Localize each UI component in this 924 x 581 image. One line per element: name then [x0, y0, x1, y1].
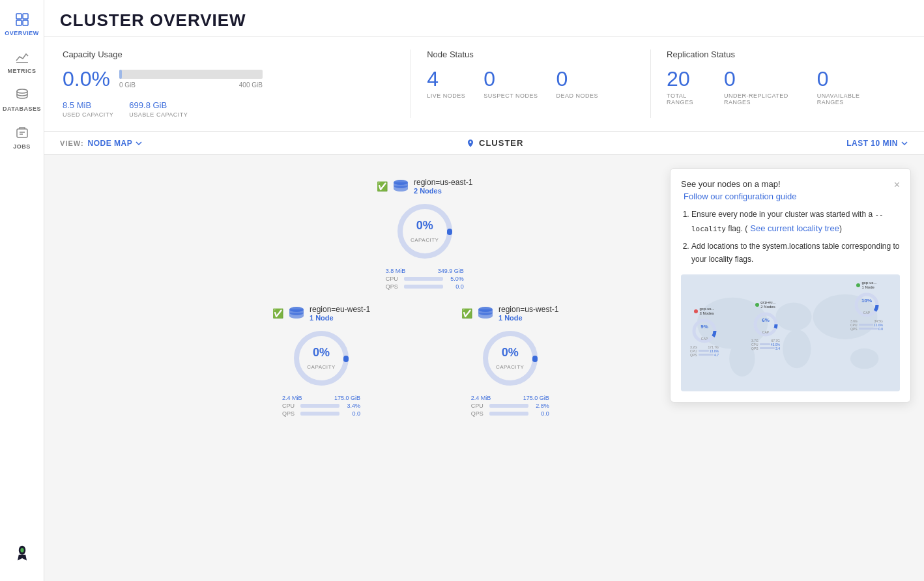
region-us-west-1-header: ✅ region=us-west-1 1 Node — [461, 305, 558, 322]
node-stats: 4 LIVE NODES 0 SUSPECT NODES 0 DEAD NODE… — [427, 67, 635, 99]
region-us-west-1[interactable]: ✅ region=us-west-1 1 Node 0% — [461, 305, 558, 417]
donut-eu-west-1-text: 0% CAPACITY — [307, 346, 335, 371]
eu-west-qps-bar — [300, 412, 339, 416]
region-us-east-1-name: region=us-east-1 — [414, 178, 472, 187]
svg-point-22 — [775, 302, 811, 330]
capacity-title: Capacity Usage — [63, 50, 395, 59]
us-west-cpu-label: CPU — [471, 403, 487, 409]
donut-eu-west-1-pct: 0% — [307, 346, 335, 360]
svg-point-24 — [783, 330, 811, 368]
dead-nodes: 0 DEAD NODES — [556, 67, 599, 99]
region-us-west-1-info: region=us-west-1 1 Node — [498, 305, 558, 322]
step1-locality-link[interactable]: See current locality tree — [750, 223, 839, 233]
time-selector[interactable]: LAST 10 MIN — [846, 139, 908, 148]
view-label: VIEW: — [60, 139, 84, 147]
svg-rect-6 — [17, 129, 27, 137]
mini-cpu-bar-left — [699, 350, 709, 352]
under-replicated: 0 UNDER-REPLICATED RANGES — [724, 67, 799, 106]
region-us-east-1-count: 2 Nodes — [414, 187, 472, 195]
donut-eu-west-1-label: CAPACITY — [307, 364, 335, 370]
sidebar-item-metrics[interactable]: METRICS — [0, 43, 44, 81]
total-ranges-label: TOTAL RANGES — [667, 92, 706, 106]
us-east-qps-row: QPS 0.0 — [386, 283, 464, 290]
mini-metrics-right: 3.6G34.5G CPU 12.0% QPS 0.0 — [850, 319, 883, 331]
tooltip-close-button[interactable]: × — [894, 179, 900, 191]
tooltip-config-link[interactable]: Follow our configuration guide — [684, 191, 796, 201]
sidebar-item-jobs[interactable]: JOBS — [0, 119, 44, 156]
mini-qps-bar-eu — [760, 347, 775, 349]
capacity-bar-fill — [119, 70, 122, 79]
region-eu-west-1[interactable]: ✅ region=eu-west-1 1 Node 0% — [272, 305, 370, 417]
under-replicated-num: 0 — [724, 67, 736, 91]
donut-us-east-1-text: 0% CAPACITY — [411, 219, 439, 244]
view-selector[interactable]: NODE MAP — [88, 139, 143, 148]
check-icon-us-west: ✅ — [461, 308, 472, 319]
us-west-qps-bar — [489, 412, 528, 416]
dead-nodes-num: 0 — [556, 67, 568, 91]
bar-min: 0 GiB — [119, 81, 136, 89]
us-east-qps-label: QPS — [386, 283, 401, 290]
donut-us-west-1-label: CAPACITY — [496, 364, 524, 370]
dead-nodes-label: DEAD NODES — [556, 92, 599, 99]
mini-qps-row-left: QPS 4.7 — [690, 353, 719, 357]
us-east-cpu-val: 5.0% — [446, 276, 464, 282]
total-ranges-num: 20 — [667, 67, 690, 91]
tooltip-steps: Ensure every node in your cluster was st… — [681, 208, 900, 266]
sidebar-databases-label: DATABASES — [3, 106, 41, 112]
live-nodes: 4 LIVE NODES — [427, 67, 465, 99]
tooltip-step-1: Ensure every node in your cluster was st… — [691, 208, 900, 236]
usable-capacity: 699.8 GiB USABLE CAPACITY — [129, 100, 188, 118]
cluster-label: CLUSTER — [143, 138, 846, 148]
sidebar-item-overview[interactable]: OVERVIEW — [0, 5, 44, 43]
tooltip-title: See your nodes on a map! — [681, 179, 781, 189]
under-replicated-label: UNDER-REPLICATED RANGES — [724, 92, 799, 106]
sidebar-metrics-label: METRICS — [8, 68, 36, 74]
suspect-nodes-num: 0 — [484, 67, 495, 91]
bar-max: 400 GiB — [239, 81, 263, 89]
us-west-qps-label: QPS — [471, 410, 487, 417]
main-content: CLUSTER OVERVIEW Capacity Usage 0.0% 0 G… — [44, 0, 924, 581]
svg-rect-1 — [23, 14, 28, 19]
sidebar-jobs-label: JOBS — [13, 143, 31, 150]
usable-label: USABLE CAPACITY — [129, 111, 188, 118]
cluster-name: CLUSTER — [479, 138, 523, 148]
mini-cluster-gcp-us-right: gcp-us...1 Node 10% CAP — [850, 281, 883, 331]
map-area: ✅ region=us-east-1 2 Nodes 0% — [44, 155, 924, 581]
time-chevron-down-icon — [901, 139, 908, 147]
sidebar-item-databases[interactable]: DATABASES — [0, 81, 44, 119]
donut-us-west-1: 0% CAPACITY — [478, 326, 543, 391]
svg-point-10 — [20, 548, 23, 552]
mini-cpu-bar-right — [859, 324, 873, 326]
donut-us-east-1-label: CAPACITY — [411, 237, 439, 243]
us-west-cpu-bar — [489, 404, 528, 408]
svg-rect-2 — [16, 20, 22, 25]
step1-suffix: flag. ( — [726, 224, 747, 233]
us-east-mem-total: 349.9 GiB — [438, 268, 464, 274]
donut-us-east-1: 0% CAPACITY — [392, 199, 457, 264]
us-west-mem: 2.4 MiB 175.0 GiB — [471, 395, 549, 401]
database-icon-eu-west — [287, 306, 306, 320]
us-east-cpu-row: CPU 5.0% — [386, 276, 464, 282]
map-tooltip: See your nodes on a map! Follow our conf… — [670, 168, 911, 403]
chevron-down-icon — [135, 139, 143, 147]
us-west-qps-val: 0.0 — [531, 410, 549, 417]
mini-donut-gcp-us-right: 10% CAP — [852, 290, 881, 319]
eu-west-qps-val: 0.0 — [342, 410, 360, 417]
region-us-west-1-name: region=us-west-1 — [498, 305, 558, 314]
time-selector-label: LAST 10 MIN — [846, 139, 898, 148]
mini-cluster-gcp-eu: gcp-eu...2 Nodes 6% CAP — [751, 300, 780, 350]
region-us-east-1[interactable]: ✅ region=us-east-1 2 Nodes 0% — [377, 178, 472, 290]
region-us-east-1-header: ✅ region=us-east-1 2 Nodes — [377, 178, 472, 195]
region-us-west-1-count: 1 Node — [498, 314, 558, 322]
mini-green-dot-eu — [755, 303, 759, 307]
unavailable-ranges-num: 0 — [817, 67, 829, 91]
capacity-percentage: 0.0% — [63, 67, 110, 91]
mini-gcp-us-label: gcp-us...3 Nodes — [699, 307, 714, 316]
step1-close: ) — [839, 224, 842, 233]
eu-west-qps-row: QPS 0.0 — [282, 410, 360, 417]
pin-icon — [466, 139, 475, 148]
region-eu-west-1-info: region=eu-west-1 1 Node — [310, 305, 370, 322]
donut-us-east-1-pct: 0% — [411, 219, 439, 233]
view-bar: VIEW: NODE MAP CLUSTER LAST 10 MIN — [44, 132, 924, 155]
mini-donut-right-text: 10% CAP — [861, 293, 872, 317]
